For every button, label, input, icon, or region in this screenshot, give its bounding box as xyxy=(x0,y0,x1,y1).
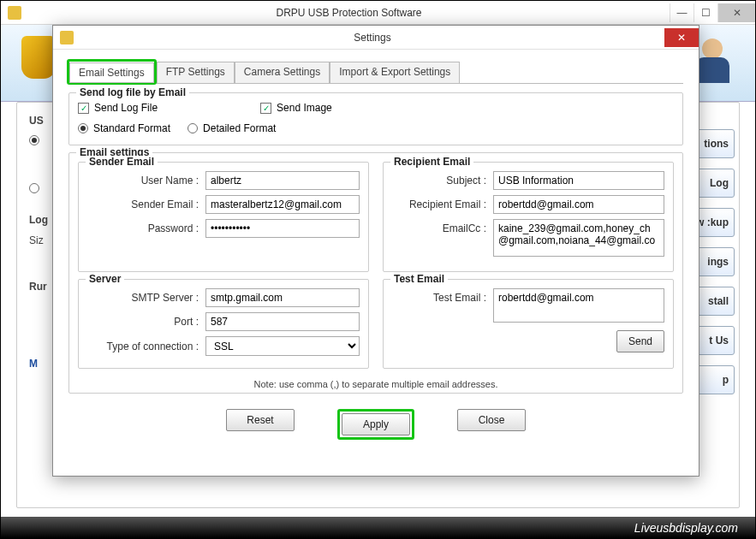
recipient-email-group: Recipient Email Subject : Recipient Emai… xyxy=(383,162,674,272)
send-image-checkbox[interactable]: ✓ xyxy=(260,103,271,114)
emailcc-input[interactable] xyxy=(493,219,664,257)
tab-email-settings[interactable]: Email Settings xyxy=(69,62,154,83)
connection-select[interactable]: SSL xyxy=(205,336,360,356)
settings-titlebar: Settings ✕ xyxy=(53,26,699,50)
close-dialog-button[interactable]: Close xyxy=(457,409,526,431)
subject-label: Subject : xyxy=(392,175,486,187)
username-label: User Name : xyxy=(87,175,199,187)
test-email-label: Test Email : xyxy=(392,288,486,304)
send-button[interactable]: Send xyxy=(616,330,664,352)
sender-email-group: Sender Email User Name : Sender Email : … xyxy=(78,162,369,272)
dialog-buttons: Reset Apply Close xyxy=(68,409,683,440)
recipient-email-label: Recipient Email : xyxy=(392,198,486,210)
settings-tabs: Email Settings FTP Settings Camera Setti… xyxy=(68,62,683,84)
reset-button[interactable]: Reset xyxy=(226,409,295,431)
port-label: Port : xyxy=(87,316,199,328)
tab-import-export-settings[interactable]: Import & Export Settings xyxy=(330,62,460,83)
smtp-input[interactable] xyxy=(205,288,360,307)
detailed-format-radio[interactable] xyxy=(188,123,198,133)
send-log-group: Send log file by Email ✓ Send Log File ✓… xyxy=(68,92,683,145)
note-text: Note: use comma (,) to separate multiple… xyxy=(78,379,674,389)
settings-dialog: Settings ✕ Email Settings FTP Settings C… xyxy=(52,25,699,477)
usb-radio[interactable] xyxy=(29,135,39,145)
settings-icon xyxy=(60,31,74,44)
recipient-email-input[interactable] xyxy=(493,195,664,214)
app-icon xyxy=(8,6,21,20)
apply-button[interactable]: Apply xyxy=(342,413,410,435)
email-settings-group: Email settings Sender Email User Name : … xyxy=(68,152,683,394)
send-log-label: Send Log File xyxy=(94,102,158,114)
send-log-checkbox[interactable]: ✓ xyxy=(78,103,89,114)
detailed-format-label: Detailed Format xyxy=(203,122,276,134)
emailcc-label: EmailCc : xyxy=(392,219,486,234)
footer-watermark: Liveusbdisplay.com xyxy=(1,517,755,538)
settings-close-button[interactable]: ✕ xyxy=(664,28,699,47)
minimize-button[interactable]: — xyxy=(670,3,693,22)
test-email-input[interactable] xyxy=(493,288,664,323)
sender-email-label: Sender Email : xyxy=(87,198,199,210)
usb-radio-2[interactable] xyxy=(29,183,39,193)
main-title: DRPU USB Protection Software xyxy=(28,7,670,19)
main-titlebar: DRPU USB Protection Software — ☐ ✕ xyxy=(1,1,755,25)
password-input[interactable] xyxy=(205,219,360,238)
password-label: Password : xyxy=(87,222,199,234)
server-legend: Server xyxy=(86,273,124,285)
smtp-label: SMTP Server : xyxy=(87,292,199,304)
tab-camera-settings[interactable]: Camera Settings xyxy=(235,62,330,83)
username-input[interactable] xyxy=(205,171,360,190)
send-image-label: Send Image xyxy=(277,102,332,114)
maximize-button[interactable]: ☐ xyxy=(693,3,717,22)
close-button[interactable]: ✕ xyxy=(717,3,755,22)
server-group: Server SMTP Server : Port : Type of conn… xyxy=(78,279,369,369)
recipient-legend: Recipient Email xyxy=(390,156,473,168)
connection-label: Type of connection : xyxy=(87,341,199,352)
subject-input[interactable] xyxy=(493,171,664,190)
tab-ftp-settings[interactable]: FTP Settings xyxy=(157,62,235,83)
standard-format-radio[interactable] xyxy=(78,123,88,133)
test-email-group: Test Email Test Email : Send xyxy=(383,279,674,369)
test-legend: Test Email xyxy=(390,273,448,285)
settings-title: Settings xyxy=(80,32,664,44)
sender-legend: Sender Email xyxy=(86,156,158,168)
sender-email-input[interactable] xyxy=(205,195,360,214)
port-input[interactable] xyxy=(205,312,360,331)
standard-format-label: Standard Format xyxy=(93,122,170,134)
send-log-legend: Send log file by Email xyxy=(76,86,189,98)
